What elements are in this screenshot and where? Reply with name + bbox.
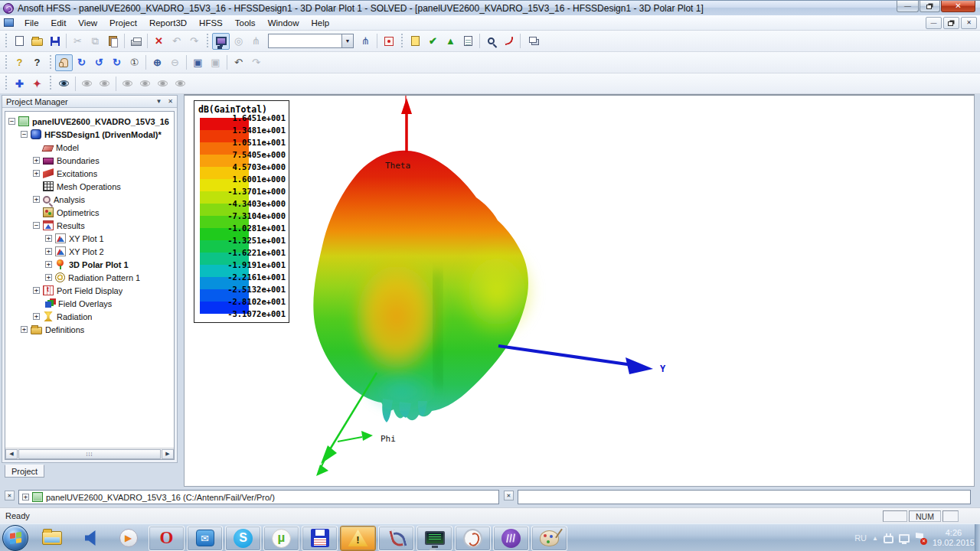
boolean-3d-button[interactable]: ✚	[11, 75, 28, 92]
panel-close-icon[interactable]: ✕	[165, 96, 175, 106]
create-report-button[interactable]	[500, 33, 518, 50]
orientation-compass-button[interactable]: ✦	[28, 75, 46, 92]
solution-connections-button[interactable]: ⋔	[247, 33, 265, 50]
tree-item-hfssdesign1-drivenmodal-[interactable]: −HFSSDesign1 (DrivenModal)*	[5, 128, 174, 141]
tree-expander[interactable]: +	[45, 261, 52, 268]
project-item-expander[interactable]: +	[22, 494, 29, 500]
tree-horizontal-scrollbar[interactable]: ◀ ⁞⁞⁞ ▶	[5, 448, 174, 459]
tree-expander[interactable]: +	[21, 326, 28, 333]
taskbar-ansoft-app-button[interactable]	[455, 526, 491, 551]
taskbar-opera-button[interactable]: O	[149, 526, 185, 551]
fit-all-button[interactable]: ▣	[189, 54, 207, 71]
copy-button[interactable]: ⧉	[87, 33, 104, 50]
tree-item-xy-plot-1[interactable]: +XY Plot 1	[5, 232, 174, 245]
pan-button[interactable]	[55, 54, 73, 71]
tree-item-radiation[interactable]: +Radiation	[5, 310, 174, 323]
start-button[interactable]	[2, 525, 28, 551]
polar-plot-3d[interactable]: Theta Y Phi	[185, 96, 974, 485]
redo-button[interactable]: ↷	[185, 33, 203, 50]
toolbar-grip[interactable]	[400, 34, 404, 49]
validation-check-button[interactable]: ✔	[424, 33, 442, 50]
menu-help[interactable]: Help	[305, 17, 336, 29]
taskbar-utorrent-button[interactable]: µ	[263, 526, 299, 551]
mdi-document-icon[interactable]	[4, 18, 14, 27]
action-center-icon[interactable]	[915, 533, 925, 543]
visibility-eye-button[interactable]	[55, 75, 73, 92]
analyze-all-button[interactable]: ▲	[442, 33, 459, 50]
open-project-button[interactable]	[28, 33, 46, 50]
message-dock-close-icon[interactable]: ✕	[504, 491, 514, 500]
field-magnifier-button[interactable]	[482, 33, 500, 50]
tree-item-excitations[interactable]: +Excitations	[5, 167, 174, 180]
mdi-restore-button[interactable]	[943, 17, 959, 29]
mdi-close-button[interactable]: ✕	[961, 17, 977, 29]
hide-all-views-button[interactable]	[154, 75, 172, 92]
cut-button[interactable]: ✂	[69, 33, 87, 50]
tree-item-paneluve2600-kvadro-15v3-16[interactable]: −panelUVE2600_KVADRO_15V3_16	[5, 115, 174, 128]
taskbar-volume-button[interactable]	[72, 526, 108, 551]
tree-expander[interactable]: −	[8, 118, 15, 125]
view-undo-button[interactable]: ↶	[230, 54, 247, 71]
toolbar-grip[interactable]	[4, 55, 8, 70]
rotate-model-center-button[interactable]: ↻	[73, 54, 90, 71]
view-redo-button[interactable]: ↷	[247, 54, 265, 71]
taskbar-system-monitor-button[interactable]	[416, 526, 452, 551]
rotate-screen-center-button[interactable]: ↻	[108, 54, 126, 71]
taskbar-media-player-button[interactable]: ▶	[110, 526, 146, 551]
open-project-item[interactable]: + panelUVE2600_KVADRO_15V3_16 (C:/Antenn…	[22, 492, 275, 502]
tab-project[interactable]: Project	[5, 465, 44, 478]
tree-item-radiation-pattern-1[interactable]: +Radiation Pattern 1	[5, 271, 174, 284]
zoom-out-button[interactable]: ⊖	[166, 54, 184, 71]
delete-button[interactable]: ✕	[150, 33, 168, 50]
clock[interactable]: 4:26 19.02.2015	[933, 528, 975, 548]
probe-button[interactable]: ◎	[230, 33, 247, 50]
taskbar-designer-app-button[interactable]	[493, 526, 529, 551]
copy-image-button[interactable]	[523, 33, 541, 50]
tree-item-analysis[interactable]: +Analysis	[5, 193, 174, 206]
taskbar-mail-button[interactable]: ✉	[187, 526, 223, 551]
undo-button[interactable]: ↶	[168, 33, 185, 50]
tree-expander[interactable]: +	[33, 287, 40, 294]
show-desktop-button[interactable]	[975, 524, 980, 551]
zoom-in-button[interactable]: ⊕	[149, 54, 166, 71]
menu-file[interactable]: File	[18, 17, 45, 29]
mdi-minimize-button[interactable]: —	[926, 17, 942, 29]
paste-button[interactable]	[104, 33, 122, 50]
panel-pin-icon[interactable]: ▼	[154, 96, 164, 106]
toolbar-grip[interactable]	[4, 76, 8, 91]
tree-expander[interactable]: +	[33, 196, 40, 203]
taskbar-paint-app-button[interactable]	[531, 526, 567, 551]
taskbar-save-tool-button[interactable]	[302, 526, 338, 551]
solution-setup-combo[interactable]: ▼	[268, 34, 354, 48]
show-selection-button[interactable]	[96, 75, 113, 92]
project-dock-close-icon[interactable]: ✕	[5, 491, 15, 500]
combo-dropdown-icon[interactable]: ▼	[341, 34, 353, 47]
scrollbar-thumb[interactable]: ⁞⁞⁞	[18, 449, 161, 459]
toolbar-grip[interactable]	[205, 34, 210, 49]
help-topics-button[interactable]: ?	[11, 54, 28, 71]
menu-window[interactable]: Window	[262, 17, 305, 29]
restore-button[interactable]	[920, 1, 940, 12]
menu-project[interactable]: Project	[103, 17, 143, 29]
hide-active-view-button[interactable]	[119, 75, 136, 92]
tree-expander[interactable]: +	[45, 274, 52, 281]
tree-expander[interactable]: +	[33, 313, 40, 320]
tree-expander[interactable]: +	[45, 248, 52, 255]
hide-selection-button[interactable]	[78, 75, 96, 92]
minimize-button[interactable]: —	[897, 1, 919, 12]
tree-item-port-field-display[interactable]: +Port Field Display	[5, 284, 174, 297]
scroll-right-icon[interactable]: ▶	[162, 449, 174, 459]
menu-edit[interactable]: Edit	[45, 17, 73, 29]
tree-item-boundaries[interactable]: +Boundaries	[5, 154, 174, 167]
solution-monitor-button[interactable]	[212, 33, 230, 50]
print-button[interactable]	[127, 33, 145, 50]
tree-item-results[interactable]: −Results	[5, 219, 174, 232]
rotate-current-axis-button[interactable]: ↺	[90, 54, 108, 71]
port-display-button[interactable]	[380, 33, 397, 50]
solution-data-button[interactable]	[459, 33, 477, 50]
tree-item-mesh-operations[interactable]: Mesh Operations	[5, 180, 174, 193]
tree-item-definitions[interactable]: +Definitions	[5, 323, 174, 336]
menu-tools[interactable]: Tools	[229, 17, 262, 29]
tree-item-3d-polar-plot-1[interactable]: +3D Polar Plot 1	[5, 258, 174, 271]
tree-item-optimetrics[interactable]: Optimetrics	[5, 206, 174, 219]
